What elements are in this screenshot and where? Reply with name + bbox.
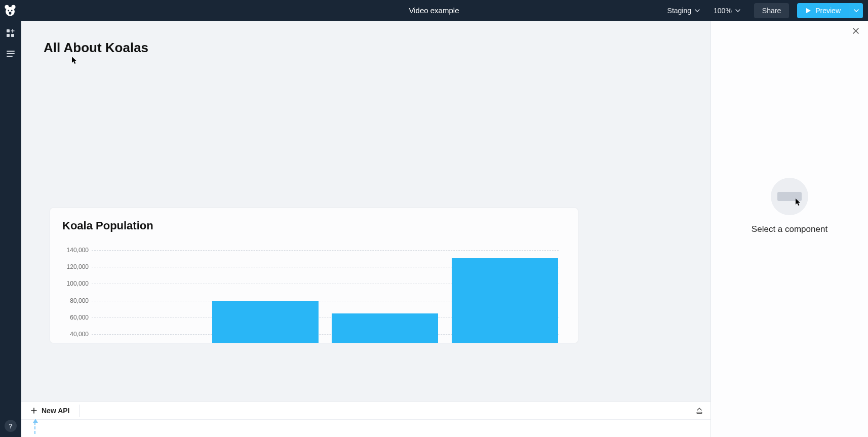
canvas[interactable]: All About Koalas Koala Population 40,000…: [21, 21, 711, 401]
tray-timeline[interactable]: [21, 420, 711, 437]
tray-collapse-button[interactable]: [693, 405, 705, 417]
zoom-selector[interactable]: 100%: [708, 4, 746, 18]
chart-y-tick: 100,000: [67, 280, 89, 287]
close-panel-button[interactable]: [852, 27, 861, 36]
svg-point-4: [11, 10, 13, 11]
environment-label: Staging: [667, 7, 691, 15]
chevron-down-icon: [735, 8, 741, 14]
koala-logo-icon: [4, 4, 17, 17]
zoom-label: 100%: [714, 7, 732, 15]
svg-rect-7: [7, 34, 10, 37]
chart-bar[interactable]: [452, 258, 558, 343]
preview-button[interactable]: Preview: [797, 3, 849, 18]
question-mark-icon: ?: [9, 422, 13, 430]
environment-selector[interactable]: Staging: [662, 4, 705, 18]
svg-point-2: [6, 7, 15, 16]
preview-label: Preview: [815, 7, 841, 15]
plus-icon: [30, 407, 37, 414]
svg-rect-9: [697, 412, 702, 414]
chevron-up-bar-icon: [695, 407, 703, 415]
new-api-button[interactable]: New API: [26, 405, 74, 417]
tray-divider: [79, 405, 80, 417]
chart-bar[interactable]: [212, 301, 319, 343]
help-button[interactable]: ?: [5, 420, 17, 432]
chart-y-tick: 60,000: [70, 314, 89, 321]
empty-state-text: Select a component: [752, 224, 827, 234]
new-api-label: New API: [42, 407, 70, 415]
svg-rect-6: [7, 29, 10, 32]
timeline-marker[interactable]: [34, 422, 35, 434]
right-panel: Select a component: [711, 21, 868, 437]
add-component-icon: [6, 29, 15, 38]
chart-y-tick: 120,000: [67, 263, 89, 270]
bottom-tray: New API: [21, 401, 711, 437]
outline-tool[interactable]: [3, 46, 18, 61]
cursor-icon: [71, 56, 77, 64]
bar-chart: 40,00060,00080,000100,000120,000140,000: [62, 242, 566, 343]
chart-title: Koala Population: [62, 219, 566, 232]
cursor-icon: [795, 198, 801, 206]
empty-state: Select a component: [752, 178, 827, 234]
chart-card[interactable]: Koala Population 40,00060,00080,000100,0…: [50, 208, 578, 343]
app-logo[interactable]: [0, 1, 20, 21]
share-button[interactable]: Share: [754, 3, 789, 18]
preview-dropdown-button[interactable]: [849, 3, 863, 18]
document-title[interactable]: Video example: [409, 6, 459, 15]
svg-rect-8: [11, 34, 14, 37]
top-bar: Video example Staging 100% Share Preview: [0, 0, 868, 21]
svg-point-5: [9, 12, 12, 15]
close-icon: [852, 27, 860, 35]
chart-y-tick: 40,000: [70, 331, 89, 338]
chevron-down-icon: [694, 8, 700, 14]
chevron-down-icon: [853, 8, 859, 14]
chart-bar[interactable]: [332, 313, 438, 343]
play-icon: [805, 8, 811, 14]
list-icon: [6, 49, 15, 58]
page-title[interactable]: All About Koalas: [44, 40, 688, 56]
left-toolbar: ?: [0, 21, 21, 437]
svg-point-3: [8, 10, 9, 11]
chart-y-tick: 140,000: [67, 247, 89, 254]
chart-y-tick: 80,000: [70, 297, 89, 304]
empty-state-illustration: [771, 178, 808, 215]
add-component-tool[interactable]: [3, 26, 18, 41]
share-label: Share: [762, 7, 781, 15]
